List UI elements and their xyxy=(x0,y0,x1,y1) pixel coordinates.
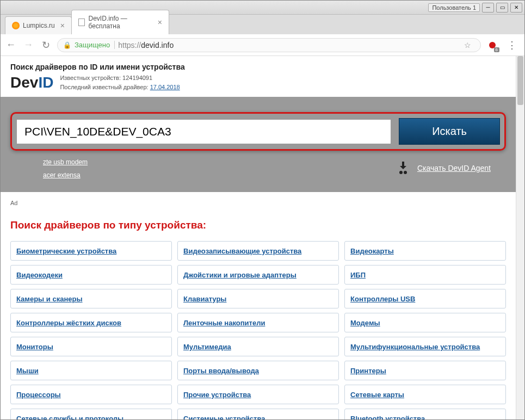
category-item: Контроллеры USB xyxy=(344,289,506,308)
category-link[interactable]: Камеры и сканеры xyxy=(16,295,83,303)
search-button[interactable]: Искать xyxy=(399,118,500,145)
extension-badge: 6 xyxy=(494,47,499,52)
category-item: Видеокарты xyxy=(344,241,506,261)
category-item: Мультифункциональные устройства xyxy=(344,337,506,356)
page: Поиск драйверов по ID или имени устройст… xyxy=(1,56,524,419)
tab-label: DevID.info — бесплатна xyxy=(88,15,152,30)
category-link[interactable]: Видеокарты xyxy=(350,247,394,255)
category-link[interactable]: Модемы xyxy=(350,319,380,327)
category-item: Сетевые службы и протоколы xyxy=(10,409,172,419)
forward-button[interactable]: → xyxy=(22,39,34,51)
search-box: Искать xyxy=(10,112,506,151)
content: Ad Поиск драйверов по типу устройства: Б… xyxy=(1,192,516,419)
scroll-thumb[interactable] xyxy=(517,56,523,105)
svg-point-2 xyxy=(404,171,407,174)
tab-lumpics[interactable]: Lumpics.ru × xyxy=(5,16,72,34)
logo[interactable]: DevID xyxy=(10,74,53,91)
extension-icon[interactable]: 6 xyxy=(486,39,498,51)
bookmark-star-icon[interactable]: ☆ xyxy=(464,41,475,50)
url-text: https://devid.info xyxy=(118,41,174,50)
category-link[interactable]: Биометрические устройства xyxy=(16,247,116,255)
ad-label: Ad xyxy=(10,200,506,206)
search-section: Искать zte usb modem acer extensa Скачат… xyxy=(1,97,516,192)
category-item: Клавиатуры xyxy=(177,289,339,308)
category-item: Порты ввода/вывода xyxy=(177,361,339,380)
category-item: Мониторы xyxy=(10,337,172,356)
section-title: Поиск драйверов по типу устройства: xyxy=(10,219,506,231)
reload-button[interactable]: ↻ xyxy=(40,39,52,51)
category-link[interactable]: Мониторы xyxy=(16,343,53,351)
category-item: Bluetooth устройства xyxy=(344,409,506,419)
category-link[interactable]: Контроллеры USB xyxy=(350,295,415,303)
category-link[interactable]: Видеозаписывающие устройства xyxy=(183,247,301,255)
category-item: Видеозаписывающие устройства xyxy=(177,241,339,261)
example-links: zte usb modem acer extensa xyxy=(43,158,88,179)
category-item: ИБП xyxy=(344,265,506,285)
category-item: Принтеры xyxy=(344,361,506,380)
download-icon xyxy=(397,162,412,175)
category-item: Сетевые карты xyxy=(344,385,506,404)
category-link[interactable]: Мультифункциональные устройства xyxy=(350,343,480,351)
category-item: Процессоры xyxy=(10,385,172,404)
example-link[interactable]: acer extensa xyxy=(43,171,88,179)
category-item: Системные устройства xyxy=(177,409,339,419)
category-link[interactable]: Порты ввода/вывода xyxy=(183,367,259,375)
download-agent-link[interactable]: Скачать DevID Agent xyxy=(397,162,491,175)
close-button[interactable]: ✕ xyxy=(510,3,522,13)
category-item: Биометрические устройства xyxy=(10,241,172,261)
tab-strip: Lumpics.ru × DevID.info — бесплатна × xyxy=(1,15,524,34)
category-item: Камеры и сканеры xyxy=(10,289,172,308)
search-input[interactable] xyxy=(16,119,391,144)
category-link[interactable]: Сетевые службы и протоколы xyxy=(16,415,123,419)
example-link[interactable]: zte usb modem xyxy=(43,158,88,166)
favicon-lumpics-icon xyxy=(12,22,20,29)
new-tab-button[interactable] xyxy=(172,19,185,32)
header-stats: Известных устройств: 124194091 Последний… xyxy=(60,73,180,91)
category-link[interactable]: Системные устройства xyxy=(183,415,265,419)
category-item: Контроллеры жёстких дисков xyxy=(10,313,172,332)
tab-close-icon[interactable]: × xyxy=(60,21,65,30)
category-item: Видеокодеки xyxy=(10,265,172,285)
address-bar: ← → ↻ 🔒 Защищено https://devid.info ☆ 6 … xyxy=(1,34,524,56)
category-link[interactable]: Процессоры xyxy=(16,391,61,399)
category-link[interactable]: Принтеры xyxy=(350,367,386,375)
tagline: Поиск драйверов по ID или имени устройст… xyxy=(10,63,506,71)
tab-label: Lumpics.ru xyxy=(23,22,55,29)
category-link[interactable]: Ленточные накопители xyxy=(183,319,265,327)
favicon-blank-icon xyxy=(78,18,85,26)
scrollbar[interactable] xyxy=(516,56,524,419)
category-link[interactable]: Контроллеры жёстких дисков xyxy=(16,319,121,327)
category-link[interactable]: Джойстики и игровые адаптеры xyxy=(183,271,297,279)
category-item: Мультимедиа xyxy=(177,337,339,356)
category-link[interactable]: Клавиатуры xyxy=(183,295,226,303)
category-link[interactable]: Сетевые карты xyxy=(350,391,404,399)
category-link[interactable]: ИБП xyxy=(350,271,366,279)
category-link[interactable]: Bluetooth устройства xyxy=(350,415,425,419)
svg-point-1 xyxy=(399,171,403,174)
category-item: Прочие устройства xyxy=(177,385,339,404)
tab-close-icon[interactable]: × xyxy=(158,18,162,27)
category-item: Мыши xyxy=(10,361,172,380)
category-item: Модемы xyxy=(344,313,506,332)
back-button[interactable]: ← xyxy=(5,39,17,51)
url-field[interactable]: 🔒 Защищено https://devid.info ☆ xyxy=(57,38,481,52)
category-link[interactable]: Мультимедиа xyxy=(183,343,231,351)
secure-label: Защищено xyxy=(75,41,115,49)
page-content: Поиск драйверов по ID или имени устройст… xyxy=(1,56,516,419)
tab-devid[interactable]: DevID.info — бесплатна × xyxy=(71,10,169,34)
maximize-button[interactable]: ▭ xyxy=(496,3,508,13)
minimize-button[interactable]: ─ xyxy=(482,3,494,13)
menu-button[interactable]: ⋮ xyxy=(504,39,520,51)
category-grid: Биометрические устройстваВидеозаписывающ… xyxy=(10,241,506,419)
category-item: Ленточные накопители xyxy=(177,313,339,332)
site-header: Поиск драйверов по ID или имени устройст… xyxy=(1,56,516,97)
category-link[interactable]: Прочие устройства xyxy=(183,391,251,399)
category-link[interactable]: Видеокодеки xyxy=(16,271,63,279)
last-driver-link[interactable]: 17.04.2018 xyxy=(150,84,180,90)
category-item: Джойстики и игровые адаптеры xyxy=(177,265,339,285)
user-label[interactable]: Пользователь 1 xyxy=(428,3,480,12)
category-link[interactable]: Мыши xyxy=(16,367,39,375)
lock-icon: 🔒 xyxy=(63,41,71,49)
window: Пользователь 1 ─ ▭ ✕ Lumpics.ru × DevID.… xyxy=(0,0,525,420)
